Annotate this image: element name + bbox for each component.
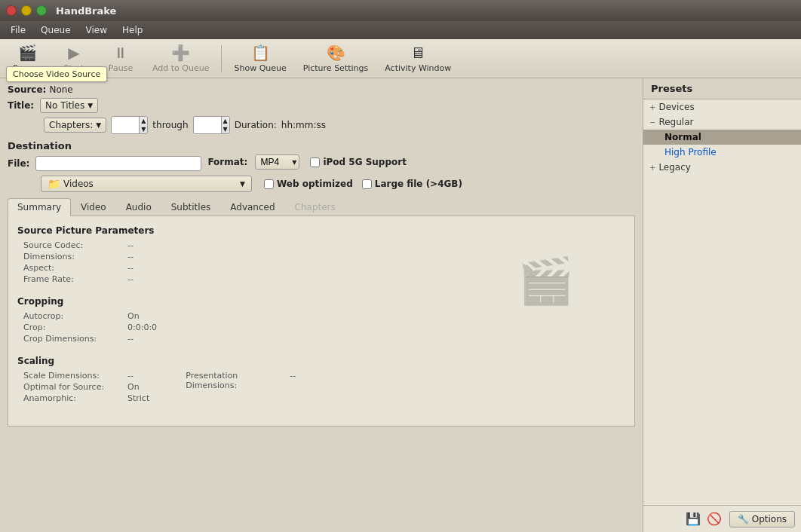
chapters-to-spinbox: 100 ▲ ▼	[193, 116, 230, 134]
aspect-value: --	[127, 263, 134, 273]
chapters-label: Chapters:	[49, 120, 93, 130]
chapters-from-spinbox: 1 ▲ ▼	[111, 116, 148, 134]
activity-window-button[interactable]: 🖥 Activity Window	[377, 41, 459, 76]
tab-video[interactable]: Video	[71, 198, 116, 216]
devices-label: Devices	[658, 102, 694, 112]
destination-header: Destination	[8, 140, 635, 151]
source-codec-row: Source Codec: --	[17, 240, 625, 250]
activity-window-icon: 🖥	[410, 44, 425, 62]
folder-button[interactable]: 📁 Videos ▼	[41, 176, 252, 192]
picture-settings-button[interactable]: 🎨 Picture Settings	[296, 41, 376, 76]
format-select[interactable]: MP4 MKV	[255, 154, 299, 170]
format-inline: Format: MP4 MKV iPod 5G Support	[207, 154, 407, 170]
add-queue-icon: ➕	[171, 44, 190, 62]
folder-icon: 📁	[48, 178, 60, 190]
menu-file[interactable]: File	[3, 23, 33, 37]
presentation-row: Presentation Dimensions: --	[180, 371, 296, 390]
dimensions-label: Dimensions:	[23, 252, 121, 261]
chapters-to-up[interactable]: ▲	[222, 117, 229, 125]
scaling-left: Scale Dimensions: -- Optimal for Source:…	[17, 371, 149, 405]
tab-chapters: Chapters	[285, 198, 345, 216]
source-row: Source: None	[8, 84, 635, 95]
chapters-from-down[interactable]: ▼	[140, 125, 147, 133]
tab-subtitles[interactable]: Subtitles	[161, 198, 221, 216]
pause-icon: ⏸	[113, 44, 128, 62]
anamorphic-label: Anamorphic:	[23, 393, 121, 403]
preset-group-legacy[interactable]: + Legacy	[643, 160, 801, 175]
menu-help[interactable]: Help	[115, 23, 150, 37]
file-row: File: new_video.m4v Format: MP4 MKV iPod…	[8, 154, 635, 173]
main-layout: Source: None Title: No Titles ▼ Chapters…	[0, 78, 801, 532]
delete-preset-button[interactable]: 🚫	[705, 510, 723, 527]
show-queue-icon: 📋	[251, 44, 270, 62]
source-icon: 🎬	[18, 44, 37, 62]
folder-row: 📁 Videos ▼ Web optimized Large file (>4G…	[8, 176, 635, 192]
frame-rate-value: --	[127, 274, 134, 284]
chapters-from-input[interactable]: 1	[112, 117, 139, 133]
preset-normal[interactable]: Normal	[643, 130, 801, 145]
show-queue-button[interactable]: 📋 Show Queue	[226, 41, 293, 76]
maximize-button[interactable]	[36, 5, 47, 16]
crop-value: 0:0:0:0	[127, 323, 157, 332]
start-icon: ▶	[68, 44, 79, 62]
add-to-queue-button[interactable]: ➕ Add to Queue	[145, 41, 216, 76]
aspect-label: Aspect:	[23, 263, 121, 273]
title-dropdown[interactable]: No Titles ▼	[40, 98, 98, 113]
folder-label: Videos	[63, 179, 94, 189]
source-codec-label: Source Codec:	[23, 240, 121, 250]
source-value: None	[49, 84, 72, 95]
close-button[interactable]	[6, 5, 17, 16]
source-params-title: Source Picture Parameters	[17, 225, 625, 236]
menubar: File Queue View Help	[0, 21, 801, 39]
optimal-value: On	[127, 382, 140, 392]
picture-settings-icon: 🎨	[327, 44, 345, 62]
devices-expand-icon: +	[649, 103, 655, 112]
tab-bar: Summary Video Audio Subtitles Advanced C…	[8, 198, 635, 216]
file-label: File:	[8, 158, 29, 169]
anamorphic-value: Strict	[127, 393, 149, 403]
chapters-arrow: ▼	[96, 121, 101, 129]
frame-rate-label: Frame Rate:	[23, 274, 121, 284]
web-optimized-checkbox[interactable]	[264, 179, 274, 189]
extra-checkboxes: Web optimized Large file (>4GB)	[264, 179, 462, 189]
chapters-to-input[interactable]: 100	[194, 117, 221, 133]
dimensions-value: --	[127, 252, 134, 261]
preset-group-devices[interactable]: + Devices	[643, 99, 801, 115]
options-button[interactable]: 🔧 Options	[729, 511, 795, 527]
chapters-to-arrows: ▲ ▼	[221, 117, 229, 133]
ipod-checkbox[interactable]	[310, 157, 320, 167]
scaling-right: Presentation Dimensions: --	[180, 371, 296, 405]
regular-expand-icon: −	[649, 118, 655, 127]
large-file-checkbox[interactable]	[362, 179, 372, 189]
folder-arrow: ▼	[240, 180, 245, 188]
scaling-content: Scale Dimensions: -- Optimal for Source:…	[17, 371, 625, 405]
title-label: Title:	[8, 100, 34, 111]
presentation-value: --	[290, 371, 296, 390]
tab-summary[interactable]: Summary	[8, 198, 71, 216]
tab-advanced[interactable]: Advanced	[220, 198, 284, 216]
format-select-wrapper: MP4 MKV	[255, 154, 299, 170]
format-label: Format:	[207, 157, 247, 167]
scale-dimensions-row: Scale Dimensions: --	[17, 371, 149, 381]
file-input[interactable]: new_video.m4v	[35, 156, 201, 171]
menu-view[interactable]: View	[78, 23, 115, 37]
crop-label: Crop:	[23, 323, 121, 332]
save-preset-button[interactable]: 💾	[684, 510, 702, 527]
menu-queue[interactable]: Queue	[33, 23, 78, 37]
preset-high-profile[interactable]: High Profile	[643, 145, 801, 160]
optimal-row: Optimal for Source: On	[17, 382, 149, 392]
scale-dimensions-label: Scale Dimensions:	[23, 371, 121, 381]
anamorphic-row: Anamorphic: Strict	[17, 393, 149, 403]
tab-audio[interactable]: Audio	[116, 198, 161, 216]
minimize-button[interactable]	[21, 5, 32, 16]
chapters-to-down[interactable]: ▼	[222, 125, 229, 133]
duration-label: Duration:	[235, 120, 277, 130]
web-optimized-label[interactable]: Web optimized	[264, 179, 353, 189]
chapters-dropdown[interactable]: Chapters: ▼	[44, 118, 106, 133]
chapters-from-up[interactable]: ▲	[140, 117, 147, 125]
optimal-label: Optimal for Source:	[23, 382, 121, 392]
preset-group-regular[interactable]: − Regular	[643, 115, 801, 130]
ipod-checkbox-label[interactable]: iPod 5G Support	[310, 157, 407, 167]
large-file-label[interactable]: Large file (>4GB)	[362, 179, 462, 189]
duration-value: hh:mm:ss	[281, 120, 326, 130]
